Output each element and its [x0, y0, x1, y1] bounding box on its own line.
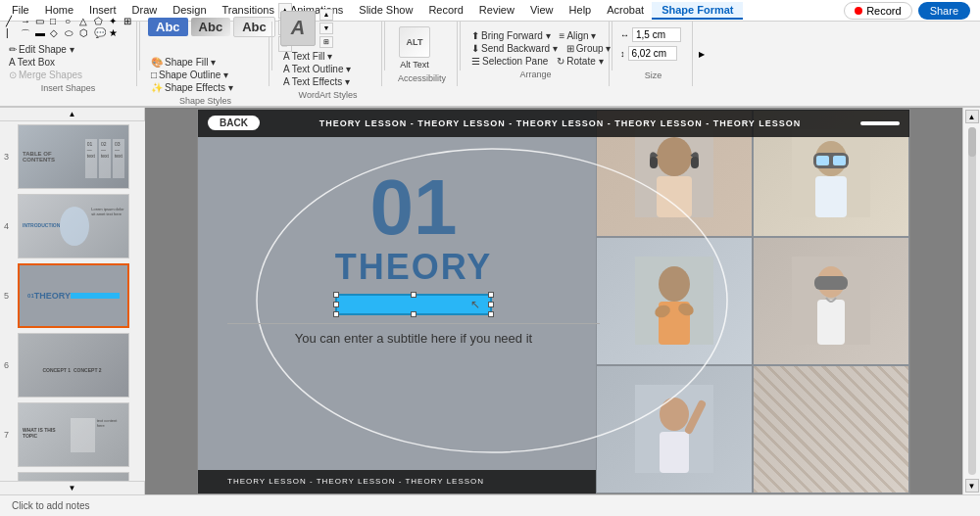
record-label: Record	[866, 5, 901, 17]
diamond-icon[interactable]: ◇	[50, 27, 64, 41]
text-effects-button[interactable]: A Text Effects ▾	[280, 75, 353, 88]
bring-forward-button[interactable]: ⬆ Bring Forward ▾	[468, 29, 554, 42]
slide-panel-container: ▲ 3 TABLE OF CONTENTS 01—text 02—text 03…	[0, 108, 145, 494]
width-input[interactable]: 1,5 cm	[632, 27, 681, 42]
accessibility-group: ALT Alt Text Accessibility	[387, 22, 458, 86]
text-outline-button[interactable]: A Text Outline ▾	[280, 63, 354, 75]
merge-shapes-button[interactable]: ⊙ Merge Shapes	[6, 69, 85, 81]
menu-view[interactable]: View	[522, 2, 562, 20]
svg-rect-7	[815, 176, 847, 217]
edit-shape-button[interactable]: ✏ Edit Shape ▾	[6, 43, 77, 56]
line2-icon[interactable]: |	[6, 27, 20, 41]
wordart-expand[interactable]: ⊞	[319, 36, 333, 48]
star-icon[interactable]: ✦	[109, 16, 122, 26]
slide-thumbnail-6[interactable]: CONCEPT 1 CONCEPT 2	[18, 333, 129, 398]
send-backward-label: Send Backward ▾	[481, 43, 558, 54]
oval-icon[interactable]: ⬭	[65, 27, 78, 41]
pentagon-icon[interactable]: ⬠	[94, 16, 108, 26]
paint-fill-icon: 🎨	[151, 57, 163, 68]
rotate-button[interactable]: ↻ Rotate ▾	[554, 55, 606, 68]
text-box-row: A Text Box	[6, 56, 58, 69]
rect3-icon[interactable]: ▬	[35, 27, 49, 41]
more-icon[interactable]: ⊞	[123, 16, 137, 26]
abc-style-3[interactable]: Abc	[233, 17, 275, 37]
triangle-icon[interactable]: △	[79, 16, 93, 26]
rotate-label: Rotate ▾	[566, 56, 603, 67]
rect2-icon[interactable]: □	[50, 16, 64, 26]
menu-help[interactable]: Help	[562, 2, 600, 20]
width-icon: ↔	[620, 30, 629, 40]
right-scroll-down[interactable]: ▼	[965, 479, 979, 493]
menu-review[interactable]: Review	[471, 2, 522, 20]
menu-acrobat[interactable]: Acrobat	[599, 2, 652, 20]
slide-thumbnail-5[interactable]: 01 THEORY	[18, 263, 129, 328]
ribbon-content: ╱ → ▭ □ ○ △ ⬠ ✦ ⊞ | ⌒ ▬ ◇ ⬭ ⬡ 💬 ★	[0, 22, 980, 86]
arrow-icon[interactable]: →	[21, 16, 34, 26]
slide-thumbnail-3[interactable]: TABLE OF CONTENTS 01—text 02—text 03—tex…	[18, 124, 129, 189]
edit-shape-row: ✏ Edit Shape ▾	[6, 43, 77, 56]
height-input[interactable]: 6,02 cm	[628, 46, 677, 61]
slide-item-8[interactable]: 8 FEATURES OF THIS TOPIC 02	[18, 472, 141, 481]
abc-style-2[interactable]: Abc	[191, 18, 231, 36]
shape-effects-label: Shape Effects ▾	[165, 82, 233, 93]
abc-style-1[interactable]: Abc	[148, 18, 188, 36]
shape-outline-button[interactable]: □ Shape Outline ▾	[148, 69, 231, 81]
menu-slide-show[interactable]: Slide Show	[351, 2, 420, 20]
slide-canvas[interactable]: BACK THEORY LESSON - THEORY LESSON - THE…	[197, 109, 910, 494]
selection-pane-button[interactable]: ☰ Selection Pane	[468, 55, 551, 68]
slide-thumbnail-4[interactable]: INTRODUCTION Lorem ipsum dolor sit amet …	[18, 194, 129, 258]
selection-pane-label: Selection Pane	[482, 56, 548, 67]
slide-subtitle[interactable]: You can enter a subtitle here if you nee…	[227, 330, 600, 348]
send-backward-button[interactable]: ⬇ Send Backward ▾	[468, 42, 561, 55]
record-button[interactable]: Record	[844, 2, 911, 20]
text-outline-row: A Text Outline ▾	[280, 63, 354, 75]
selection-pane-icon: ☰	[471, 56, 480, 67]
slide-item-5[interactable]: 5 01 THEORY	[18, 263, 141, 328]
slide-item-3[interactable]: 3 TABLE OF CONTENTS 01—text 02—text 03—t…	[18, 124, 141, 189]
divider-2	[271, 22, 272, 70]
slide-item-4[interactable]: 4 INTRODUCTION Lorem ipsum dolor sit ame…	[18, 194, 141, 258]
curve-icon[interactable]: ⌒	[21, 27, 34, 41]
right-scrollbar-thumb[interactable]	[968, 127, 976, 157]
slide-num-6: 6	[4, 360, 9, 370]
back-button[interactable]: BACK	[208, 116, 260, 130]
selected-text-box[interactable]: ↖	[335, 294, 492, 315]
shape-outline-row: □ Shape Outline ▾	[148, 69, 231, 81]
edit-shape-label: Edit Shape ▾	[19, 44, 74, 55]
rect-icon[interactable]: ▭	[35, 16, 49, 26]
handle-tr	[488, 292, 494, 298]
slide-thumbnail-7[interactable]: WHAT IS THIS TOPIC text content here	[18, 402, 129, 467]
wordart-scroll-down[interactable]: ▼	[319, 23, 333, 34]
panel-scroll-down-button[interactable]: ▼	[0, 482, 144, 494]
ribbon-right-arrow[interactable]: ▶	[694, 22, 710, 86]
text-box-button[interactable]: A Text Box	[6, 56, 58, 69]
text-effects-icon: A	[283, 76, 290, 87]
header-oval	[860, 121, 900, 125]
star2-icon[interactable]: ★	[109, 27, 122, 41]
menu-record[interactable]: Record	[420, 2, 470, 20]
ellipse-icon[interactable]: ○	[65, 16, 78, 26]
align-button[interactable]: ≡ Align ▾	[557, 29, 600, 42]
divider-5	[612, 22, 612, 70]
slide-viewport: BACK THEORY LESSON - THEORY LESSON - THE…	[145, 108, 962, 494]
group-button[interactable]: ⊞ Group ▾	[564, 42, 614, 55]
panel-scroll-up-button[interactable]: ▲	[0, 108, 144, 120]
shape-effects-button[interactable]: ✨ Shape Effects ▾	[148, 81, 236, 94]
person-vr-svg	[792, 129, 870, 217]
text-box-icon: A	[9, 57, 16, 68]
alt-text-button[interactable]: ALT Alt Text	[393, 24, 436, 71]
hex-icon[interactable]: ⬡	[79, 27, 93, 41]
handle-mr	[488, 302, 494, 307]
right-scroll-up[interactable]: ▲	[965, 110, 979, 123]
text-fill-button[interactable]: A Text Fill ▾	[280, 50, 335, 63]
wordart-scroll-up[interactable]: ▲	[319, 9, 333, 21]
slide-item-7[interactable]: 7 WHAT IS THIS TOPIC text content here	[18, 402, 141, 467]
slide-thumbnail-8[interactable]: FEATURES OF THIS TOPIC 02	[18, 472, 129, 481]
shape-fill-button[interactable]: 🎨 Shape Fill ▾	[148, 56, 219, 69]
callout-icon[interactable]: 💬	[94, 27, 108, 41]
header-text: THEORY LESSON - THEORY LESSON - THEORY L…	[319, 118, 802, 128]
share-button[interactable]: Share	[918, 2, 970, 20]
line-icon[interactable]: ╱	[6, 16, 20, 26]
menu-shape-format[interactable]: Shape Format	[652, 2, 743, 20]
slide-item-6[interactable]: 6 CONCEPT 1 CONCEPT 2	[18, 333, 141, 398]
